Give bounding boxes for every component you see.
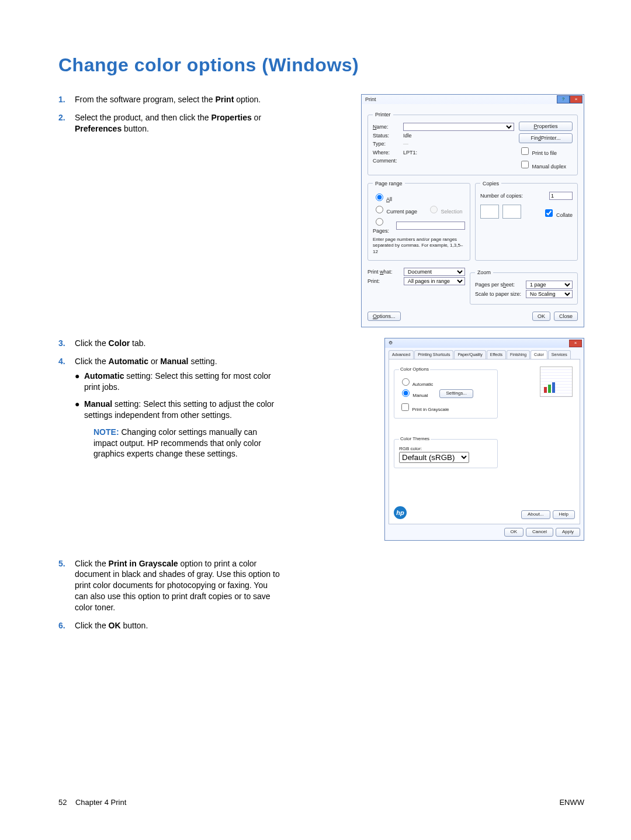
tab-effects[interactable]: Effects (487, 350, 506, 358)
page-footer: 52 Chapter 4 Print ENWW (58, 797, 584, 808)
rgb-label: RGB color: (399, 446, 493, 452)
printer-name-select[interactable] (403, 123, 514, 131)
step-body: From the software program, select the Pr… (75, 94, 280, 105)
scale-label: Scale to paper size: (475, 291, 522, 298)
block-3: 5. Click the Print in Grayscale option t… (58, 558, 584, 638)
page-range-group: Page range All Current page Selection Pa… (367, 180, 470, 261)
pages-input[interactable] (396, 222, 465, 230)
block-1: 1. From the software program, select the… (58, 94, 584, 327)
step-number: 4. (58, 356, 75, 465)
dialog-title: Print (365, 96, 376, 103)
bullet-icon: ● (75, 371, 84, 393)
about-button[interactable]: About... (521, 510, 550, 519)
status-value: Idle (403, 132, 412, 139)
manual-duplex-checkbox[interactable]: Manual duplex (519, 159, 573, 170)
screenshot-color-tab: ⚙ × Advanced Printing Shortcuts Paper/Qu… (280, 338, 584, 540)
print-select[interactable]: All pages in range (404, 277, 465, 285)
cancel-button[interactable]: Cancel (526, 528, 553, 537)
bullet-icon: ● (75, 399, 84, 459)
color-panel: Color Options Automatic Manual Settings.… (389, 359, 580, 524)
name-label: Name: (373, 123, 400, 130)
properties-button[interactable]: Properties (519, 122, 573, 131)
tab-shortcuts[interactable]: Printing Shortcuts (414, 350, 453, 358)
close-button[interactable]: Close (554, 312, 578, 321)
collate-checkbox[interactable]: Collate (543, 208, 573, 219)
where-value: LPT1: (403, 149, 417, 156)
comment-label: Comment: (373, 157, 400, 164)
collate-icon (480, 205, 499, 219)
step-number: 5. (58, 558, 75, 613)
tab-finishing[interactable]: Finishing (507, 350, 530, 358)
step-body: Click the Print in Grayscale option to p… (75, 558, 280, 613)
hp-logo-icon: hp (394, 506, 407, 519)
tab-advanced[interactable]: Advanced (389, 350, 414, 358)
page-number: 52 (58, 798, 67, 807)
rgb-select[interactable]: Default (sRGB) (399, 452, 469, 463)
pps-select[interactable]: 1 page (526, 281, 573, 289)
pps-label: Pages per sheet: (475, 281, 522, 288)
zoom-group: Zoom Pages per sheet: 1 page Scale to pa… (470, 269, 578, 305)
tab-paper[interactable]: Paper/Quality (454, 350, 486, 358)
print-dialog: Print ? × Printer Name: (361, 94, 584, 327)
num-copies-label: Number of copies: (480, 192, 546, 199)
document-page: Change color options (Windows) 1. From t… (0, 0, 631, 840)
instructions-1: 1. From the software program, select the… (58, 94, 280, 141)
current-page-radio[interactable]: Current page (373, 204, 417, 215)
num-copies-input[interactable] (549, 192, 573, 200)
print-what-select[interactable]: Document (404, 268, 465, 276)
color-themes-group: Color Themes RGB color: Default (sRGB) (394, 436, 498, 469)
apply-button[interactable]: Apply (556, 528, 580, 537)
pages-radio[interactable]: Pages: (373, 216, 393, 234)
collate-icon (502, 205, 521, 219)
step-number: 3. (58, 338, 75, 349)
tab-color[interactable]: Color (531, 350, 547, 358)
print-to-file-checkbox[interactable]: Print to file (519, 146, 573, 157)
help-icon[interactable]: ? (557, 95, 570, 103)
step-number: 2. (58, 112, 75, 134)
help-button[interactable]: Help (553, 510, 575, 519)
note-block: NOTE: Changing color settings manually c… (93, 427, 280, 460)
printer-group: Printer Name: Status:Idle Type:— Where:L… (367, 111, 578, 175)
ok-button[interactable]: OK (504, 528, 524, 537)
page-title: Change color options (Windows) (58, 53, 584, 78)
page-preview-icon (540, 367, 573, 397)
settings-button[interactable]: Settings... (439, 389, 473, 398)
find-printer-button[interactable]: Find Printer... (519, 133, 573, 143)
instructions-2: 3. Click the Color tab. 4. Click the Aut… (58, 338, 280, 472)
ok-button[interactable]: OK (532, 312, 550, 321)
manual-radio[interactable]: Manual (399, 388, 428, 399)
settings-icon: ⚙ (389, 340, 393, 347)
chapter-label: Chapter 4 Print (75, 798, 126, 807)
options-button[interactable]: Options... (367, 312, 401, 321)
copies-group: Copies Number of copies: Collate (475, 180, 578, 261)
status-label: Status: (373, 132, 400, 139)
where-label: Where: (373, 149, 400, 156)
grayscale-checkbox[interactable]: Print in Grayscale (399, 407, 449, 412)
all-radio[interactable]: All (373, 192, 392, 203)
tab-strip: Advanced Printing Shortcuts Paper/Qualit… (385, 348, 584, 358)
scale-select[interactable]: No Scaling (526, 290, 573, 298)
print-label: Print: (367, 278, 400, 285)
close-icon[interactable]: × (570, 95, 583, 103)
step-body: Click the Automatic or Manual setting. ●… (75, 356, 280, 465)
close-icon[interactable]: × (569, 340, 582, 347)
tab-services[interactable]: Services (548, 350, 571, 358)
color-options-group: Color Options Automatic Manual Settings.… (394, 367, 498, 419)
screenshot-print-dialog: Print ? × Printer Name: (280, 94, 584, 327)
enww-label: ENWW (559, 797, 584, 808)
step-number: 6. (58, 620, 75, 631)
pages-hint: Enter page numbers and/or page ranges se… (373, 237, 465, 255)
properties-dialog: ⚙ × Advanced Printing Shortcuts Paper/Qu… (384, 338, 584, 540)
block-2: 3. Click the Color tab. 4. Click the Aut… (58, 338, 584, 540)
instructions-3: 5. Click the Print in Grayscale option t… (58, 558, 280, 638)
step-body: Select the product, and then click the P… (75, 112, 280, 134)
step-body: Click the Color tab. (75, 338, 280, 349)
automatic-radio[interactable]: Automatic (399, 382, 433, 387)
type-label: Type: (373, 140, 400, 147)
print-what-label: Print what: (367, 268, 400, 275)
step-number: 1. (58, 94, 75, 105)
step-body: Click the OK button. (75, 620, 280, 631)
selection-radio: Selection (427, 204, 463, 215)
